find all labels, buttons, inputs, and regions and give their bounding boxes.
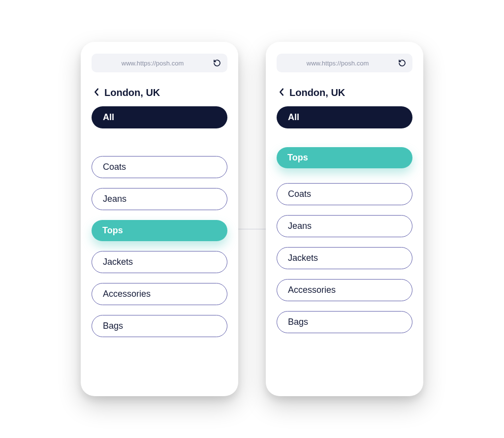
category-item-selected[interactable]: Tops — [277, 147, 412, 168]
category-label: Jeans — [103, 194, 126, 204]
category-item[interactable]: Bags — [92, 315, 227, 337]
phone-screen-right: www.https://posh.com London, UK All Tops… — [266, 42, 423, 396]
location-label: London, UK — [289, 87, 345, 98]
url-text: www.https://posh.com — [122, 60, 184, 67]
category-item[interactable]: Coats — [92, 156, 227, 178]
url-text: www.https://posh.com — [307, 60, 369, 67]
category-item[interactable]: Jeans — [92, 188, 227, 210]
category-label: Accessories — [103, 289, 151, 299]
spacer — [92, 138, 227, 156]
refresh-icon[interactable] — [398, 59, 407, 67]
location-back[interactable]: London, UK — [277, 87, 412, 98]
url-bar[interactable]: www.https://posh.com — [92, 54, 227, 72]
filter-all-label: All — [288, 112, 299, 122]
category-label: Accessories — [288, 285, 336, 295]
category-item[interactable]: Bags — [277, 311, 412, 333]
refresh-icon[interactable] — [213, 59, 221, 67]
category-item[interactable]: Jackets — [277, 247, 412, 269]
category-item-selected[interactable]: Tops — [92, 220, 227, 241]
location-label: London, UK — [104, 87, 160, 98]
category-item[interactable]: Accessories — [277, 279, 412, 301]
spacer — [277, 178, 412, 183]
filter-all[interactable]: All — [92, 106, 227, 128]
category-label: Jackets — [103, 257, 133, 267]
category-item[interactable]: Jackets — [92, 251, 227, 273]
location-back[interactable]: London, UK — [92, 87, 227, 98]
category-item[interactable]: Coats — [277, 183, 412, 205]
spacer — [277, 138, 412, 147]
category-label: Tops — [102, 225, 123, 235]
filter-all[interactable]: All — [277, 106, 412, 128]
url-bar[interactable]: www.https://posh.com — [277, 54, 412, 72]
phone-screen-left: www.https://posh.com London, UK All Coat… — [81, 42, 238, 396]
category-label: Jackets — [288, 253, 318, 263]
category-label: Bags — [288, 317, 308, 327]
category-item[interactable]: Accessories — [92, 283, 227, 305]
category-label: Coats — [103, 162, 126, 172]
category-label: Bags — [103, 321, 123, 331]
category-label: Tops — [287, 153, 308, 162]
category-item[interactable]: Jeans — [277, 215, 412, 237]
filter-all-label: All — [103, 112, 114, 122]
chevron-left-icon — [279, 88, 284, 98]
chevron-left-icon — [94, 88, 99, 98]
category-label: Coats — [288, 189, 311, 199]
category-label: Jeans — [288, 221, 312, 231]
